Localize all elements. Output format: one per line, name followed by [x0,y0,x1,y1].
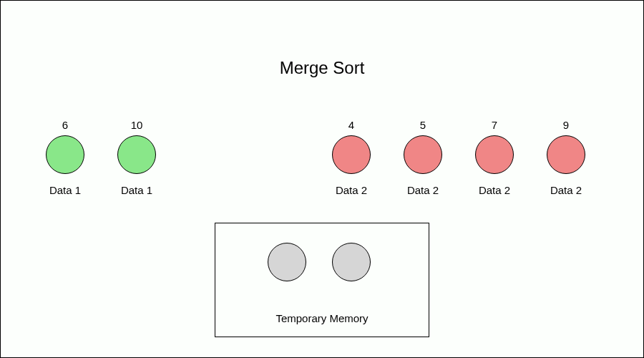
data2-node [332,135,371,174]
data2-node-value: 7 [492,119,497,131]
data2-node-value: 4 [348,119,354,131]
data1-node [46,135,84,174]
data1-node-value: 10 [131,119,143,131]
data1-node-label: Data 1 [121,184,152,196]
data1-node-value: 6 [62,119,68,131]
data2-node-value: 9 [563,119,569,131]
data2-node [404,135,442,174]
data2-node-label: Data 2 [407,184,439,196]
data1-node [117,135,156,174]
temp-memory-label: Temporary Memory [275,312,368,324]
data2-node-label: Data 2 [550,184,582,196]
temp-slot [332,243,371,281]
temp-slot [268,243,306,281]
data2-node [547,135,585,174]
data2-node-label: Data 2 [479,184,510,196]
data2-node-label: Data 2 [336,184,367,196]
diagram-title: Merge Sort [280,58,365,78]
data2-node [475,135,514,174]
data2-node-value: 5 [420,119,426,131]
data1-node-label: Data 1 [49,184,81,196]
